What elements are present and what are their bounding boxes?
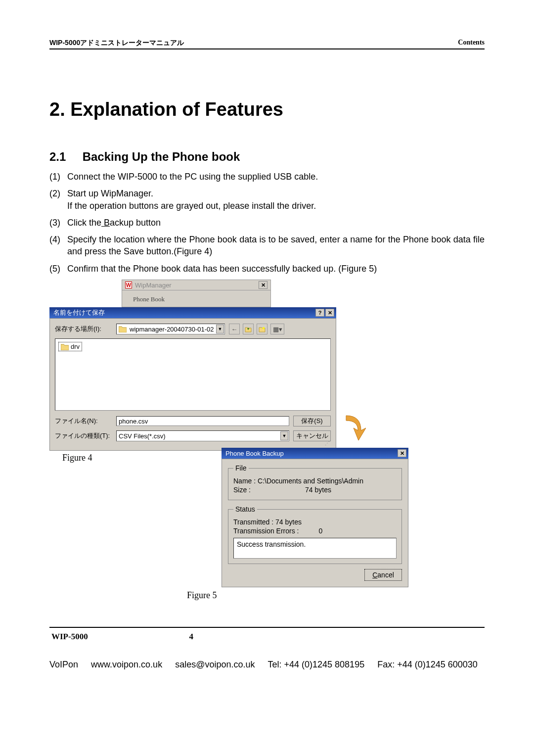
section-text: Backing Up the Phone book [83, 150, 240, 163]
wipmanager-title: WipManager [135, 282, 172, 289]
section-title: 2.1 Backing Up the Phone book [49, 150, 485, 164]
footer-rule [49, 627, 485, 628]
backup-titlebar[interactable]: Phone Book Backup ✕ [222, 448, 408, 459]
up-folder-icon[interactable] [243, 324, 254, 334]
save-in-combo[interactable]: wipmanager-20040730-01-02 ▼ [116, 324, 225, 334]
transmitted-line: Transmitted : 74 bytes [233, 518, 397, 526]
save-as-dialog: 名前を付けて保存 ? ✕ 保存する場所(I): wipmanager-20040… [49, 307, 336, 451]
save-as-titlebar[interactable]: 名前を付けて保存 ? ✕ [49, 307, 336, 318]
arrow-icon [341, 413, 366, 443]
footer-email: sales@voipon.co.uk [175, 660, 255, 670]
file-group: File Name : C:\Documents and Settings\Ad… [228, 464, 402, 500]
page-header: WIP-5000アドミニストレーターマニュアル Contents [49, 39, 485, 47]
status-group: Status Transmitted : 74 bytes Transmissi… [228, 505, 402, 564]
footer-line-2: VoIPon www.voipon.co.uk sales@voipon.co.… [49, 660, 485, 670]
help-icon[interactable]: ? [315, 309, 324, 317]
close-icon[interactable]: ✕ [325, 309, 334, 317]
backup-title: Phone Book Backup [225, 450, 398, 457]
folder-icon [119, 326, 127, 332]
new-folder-icon[interactable] [257, 324, 267, 334]
back-icon[interactable]: ← [229, 324, 240, 334]
step-3: (3)Click the Backup button [49, 217, 485, 229]
save-as-title: 名前を付けて保存 [53, 308, 314, 317]
figure-4-caption: Figure 4 [62, 453, 92, 463]
chevron-down-icon[interactable]: ▼ [280, 431, 288, 440]
filename-input[interactable]: phone.csv [116, 416, 289, 426]
chevron-down-icon[interactable]: ▼ [216, 325, 224, 333]
folder-label: drv [71, 343, 80, 350]
page-number: 4 [189, 632, 194, 642]
cancel-button[interactable]: Cancel [364, 569, 402, 581]
file-legend: File [233, 464, 249, 472]
save-in-label: 保存する場所(I): [55, 325, 112, 333]
status-message: Success transmission. [233, 538, 397, 559]
section-number: 2.1 [49, 150, 79, 164]
footer-brand: VoIPon [49, 660, 78, 670]
status-legend: Status [233, 505, 257, 513]
header-right: Contents [458, 39, 485, 47]
wipmanager-app-icon: W [125, 282, 132, 288]
footer-line-1: WIP-5000 4 [49, 632, 485, 642]
wipmanager-window: W WipManager ✕ Phone Book [122, 280, 271, 307]
filetype-label: ファイルの種類(T): [55, 431, 112, 440]
step-2: (2)Start up WipManager. If the operation… [49, 188, 485, 212]
footer-tel: Tel: +44 (0)1245 808195 [268, 660, 365, 670]
header-left: WIP-5000アドミニストレーターマニュアル [49, 39, 184, 47]
footer-url: www.voipon.co.uk [91, 660, 162, 670]
wipmanager-titlebar[interactable]: W WipManager ✕ [122, 280, 271, 290]
resize-grip-icon[interactable]: ⋰ [55, 441, 331, 445]
folder-icon [61, 343, 69, 350]
steps-list: (1)Connect the WIP-5000 to the PC using … [49, 171, 485, 275]
step-5: (5)Confirm that the Phone book data has … [49, 263, 485, 275]
backup-status-dialog: Phone Book Backup ✕ File Name : C:\Docum… [222, 448, 408, 587]
footer-model: WIP-5000 [51, 632, 88, 642]
cancel-button[interactable]: キャンセル [293, 430, 331, 441]
header-rule [49, 48, 485, 49]
errors-line: Transmission Errors :0 [233, 527, 397, 535]
figure-5-caption: Figure 5 [187, 590, 217, 601]
file-size-line: Size :74 bytes [233, 486, 397, 494]
step-1: (1)Connect the WIP-5000 to the PC using … [49, 171, 485, 183]
close-icon[interactable]: ✕ [259, 281, 267, 289]
folder-item-drv[interactable]: drv [58, 342, 82, 351]
phonebook-group-label: Phone Book [131, 295, 167, 303]
chapter-title: 2. Explanation of Features [49, 99, 485, 120]
file-list-pane[interactable]: drv [55, 338, 331, 411]
footer-fax: Fax: +44 (0)1245 600030 [377, 660, 478, 670]
wipmanager-body: Phone Book [122, 290, 271, 307]
file-name-line: Name : C:\Documents and Settings\Admin [233, 477, 397, 485]
close-icon[interactable]: ✕ [398, 449, 406, 457]
filename-label: ファイル名(N): [55, 417, 112, 425]
save-button[interactable]: 保存(S) [293, 416, 331, 426]
step-4: (4)Specify the location where the Phone … [49, 234, 485, 258]
save-as-toolbar: ← ▦▾ [229, 324, 284, 334]
view-menu-icon[interactable]: ▦▾ [270, 324, 284, 334]
filetype-combo[interactable]: CSV Files(*.csv)▼ [116, 430, 289, 441]
save-in-value: wipmanager-20040730-01-02 [130, 326, 214, 333]
